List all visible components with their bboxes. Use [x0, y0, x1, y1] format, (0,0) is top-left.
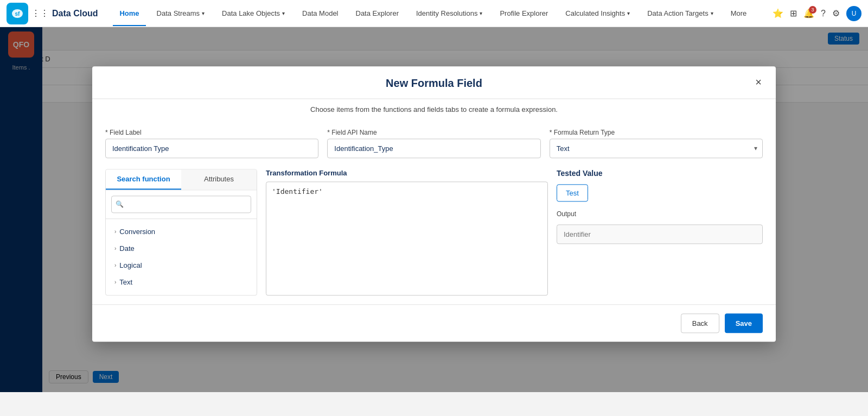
panel-item-label: Date: [119, 244, 134, 253]
modal-footer: Back Save: [92, 304, 776, 342]
panel-item-text[interactable]: › Text: [106, 274, 257, 291]
panel-item-date[interactable]: › Date: [106, 240, 257, 257]
nav-more[interactable]: More: [724, 2, 754, 26]
modal-close-button[interactable]: ×: [750, 74, 767, 91]
center-panel: Transformation Formula: [266, 169, 548, 295]
app-switcher-icon[interactable]: ⋮⋮: [33, 6, 48, 21]
panel-search-area: 🔍: [106, 190, 257, 219]
chevron-down-icon: ▾: [202, 10, 205, 16]
field-label-label: * Field Label: [105, 129, 318, 136]
nav-data-streams[interactable]: Data Streams ▾: [150, 2, 211, 26]
nav-profile-explorer[interactable]: Profile Explorer: [493, 2, 554, 26]
back-button[interactable]: Back: [681, 313, 719, 333]
app-name: Data Cloud: [52, 9, 98, 18]
field-api-group: * Field API Name: [327, 129, 540, 158]
formula-return-label: * Formula Return Type: [550, 129, 763, 136]
user-avatar[interactable]: U: [846, 6, 861, 21]
formula-return-select[interactable]: Text Number Date Boolean: [550, 138, 763, 158]
chevron-right-icon: ›: [114, 262, 116, 268]
chevron-right-icon: ›: [114, 245, 116, 251]
nav-identity-resolutions[interactable]: Identity Resolutions ▾: [410, 2, 489, 26]
field-label-group: * Field Label: [105, 129, 318, 158]
nav-data-action-targets[interactable]: Data Action Targets ▾: [641, 2, 720, 26]
favorites-icon[interactable]: ⭐: [773, 8, 783, 18]
right-panel: Tested Value Test Output: [557, 169, 763, 295]
modal-header: New Formula Field ×: [92, 66, 776, 99]
formula-return-group: * Formula Return Type Text Number Date B…: [550, 129, 763, 158]
output-label: Output: [557, 210, 763, 218]
panel-search-input[interactable]: [111, 196, 251, 213]
panel-item-logical[interactable]: › Logical: [106, 257, 257, 274]
salesforce-logo: sf: [7, 3, 28, 24]
formula-textarea[interactable]: [266, 181, 548, 295]
nav-data-explorer[interactable]: Data Explorer: [349, 2, 405, 26]
svg-text:sf: sf: [15, 11, 21, 17]
settings-icon[interactable]: ⚙: [832, 8, 840, 18]
modal-subtitle: Choose items from the functions and fiel…: [92, 99, 776, 120]
formula-label: Transformation Formula: [266, 169, 548, 177]
chevron-down-icon: ▾: [282, 10, 285, 16]
notifications-icon[interactable]: 🔔 3: [803, 8, 814, 18]
test-button[interactable]: Test: [557, 184, 588, 201]
panel-item-conversion[interactable]: › Conversion: [106, 223, 257, 240]
nav-data-lake-objects[interactable]: Data Lake Objects ▾: [215, 2, 291, 26]
nav-home[interactable]: Home: [113, 2, 145, 26]
tab-attributes[interactable]: Attributes: [181, 169, 257, 190]
field-api-label: * Field API Name: [327, 129, 540, 136]
form-fields-row: * Field Label * Field API Name * Formula…: [105, 129, 763, 158]
chevron-right-icon: ›: [114, 229, 116, 235]
left-panel: Search function Attributes 🔍 › Conversio…: [105, 169, 257, 295]
modal-body: * Field Label * Field API Name * Formula…: [92, 120, 776, 304]
panel-item-label: Text: [119, 278, 132, 286]
notification-badge: 3: [809, 6, 816, 14]
help-icon[interactable]: ?: [821, 9, 826, 18]
modal-title: New Formula Field: [105, 77, 763, 90]
panel-search-icon: 🔍: [116, 200, 124, 208]
chevron-down-icon: ▾: [627, 10, 630, 16]
field-api-input[interactable]: [327, 138, 540, 158]
two-panel-area: Search function Attributes 🔍 › Conversio…: [105, 169, 763, 295]
nav-calculated-insights[interactable]: Calculated Insights ▾: [559, 2, 636, 26]
tested-value-header: Tested Value: [557, 169, 763, 178]
panel-item-label: Conversion: [119, 228, 155, 236]
new-formula-field-modal: New Formula Field × Choose items from th…: [92, 66, 776, 342]
field-label-input[interactable]: [105, 138, 318, 158]
chevron-right-icon: ›: [114, 279, 116, 285]
chevron-down-icon: ▾: [480, 10, 482, 16]
nav-data-model[interactable]: Data Model: [296, 2, 344, 26]
output-input: [557, 224, 763, 244]
nav-icon-group: ⭐ ⊞ 🔔 3 ? ⚙ U: [773, 6, 861, 21]
panel-tabs: Search function Attributes: [106, 169, 257, 190]
top-navigation: sf ⋮⋮ Data Cloud Home Data Streams ▾ Dat…: [0, 0, 868, 27]
chevron-down-icon: ▾: [711, 10, 713, 16]
panel-function-list: › Conversion › Date › Logical ›: [106, 219, 257, 295]
formula-return-select-wrapper: Text Number Date Boolean ▾: [550, 138, 763, 158]
page-body: QFO Items . 3 items • Status 1 Object D …: [0, 27, 868, 392]
shortcuts-icon[interactable]: ⊞: [790, 8, 797, 18]
panel-item-label: Logical: [119, 261, 142, 269]
tab-search-function[interactable]: Search function: [106, 169, 181, 190]
save-button[interactable]: Save: [725, 313, 763, 333]
